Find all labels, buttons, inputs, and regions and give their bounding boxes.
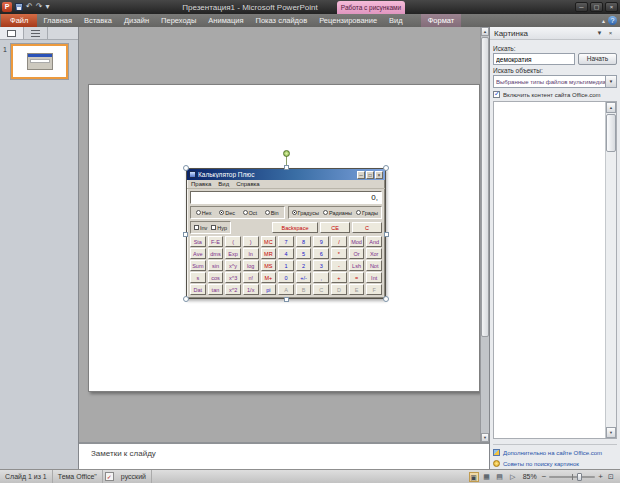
redo-icon[interactable]: ↷ (36, 2, 43, 12)
resize-handle-top-left[interactable] (183, 165, 189, 171)
resize-handle-bottom-left[interactable] (183, 296, 189, 302)
calc-control-row: InvHyp BackspaceCEC (190, 221, 382, 234)
calc-close-icon: × (375, 171, 383, 179)
calc-button-5: 5 (296, 248, 312, 259)
zoom-slider[interactable] (549, 472, 595, 482)
ribbon-tab-6[interactable]: Рецензирование (313, 14, 383, 27)
close-button[interactable]: × (605, 2, 618, 12)
results-scroll-down-icon[interactable]: ▼ (606, 427, 616, 438)
search-button[interactable]: Начать (578, 53, 617, 65)
calc-button-dms: dms (208, 248, 224, 259)
format-tab[interactable]: Формат (421, 14, 462, 27)
calc-button-CE: CE (320, 222, 350, 233)
task-pane-link-0[interactable]: Дополнительно на сайте Office.com (493, 447, 617, 458)
dropdown-arrow-icon[interactable]: ▼ (605, 76, 616, 87)
include-office-checkbox[interactable] (493, 91, 500, 98)
title-bar: P ↶ ↷ ▾ Презентация1 - Microsoft PowerPo… (0, 0, 620, 14)
calc-button-1/x: 1/x (243, 284, 259, 295)
slide-sorter-icon[interactable]: ▦ (482, 472, 492, 482)
status-theme[interactable]: Тема Office" (53, 470, 103, 483)
ribbon-tab-1[interactable]: Вставка (78, 14, 118, 27)
resize-handle-top-right[interactable] (383, 165, 389, 171)
fit-to-window-icon[interactable]: ⊡ (606, 472, 616, 482)
resize-handle-top[interactable] (284, 165, 289, 170)
ribbon-tab-3[interactable]: Переходы (155, 14, 202, 27)
ribbon-collapse-icon[interactable]: ▴ (602, 17, 605, 24)
calc-angle-option-1: Радианы (323, 210, 352, 216)
task-pane-header: Картинка ▼ × (490, 27, 620, 40)
calc-button-+: + (331, 272, 347, 283)
status-bar: Слайд 1 из 1 Тема Office" ✓ русский ▣ ▦ … (0, 469, 620, 483)
calc-minimize-icon: ─ (357, 171, 365, 179)
save-icon[interactable] (15, 3, 23, 11)
zoom-slider-thumb[interactable] (577, 473, 582, 481)
scrollbar-thumb[interactable] (481, 37, 489, 337)
zoom-in-icon[interactable]: + (598, 472, 603, 482)
vertical-scrollbar[interactable]: ▲ ▼ (480, 27, 489, 442)
rotation-handle[interactable] (283, 150, 290, 157)
tab-slides[interactable] (0, 27, 24, 39)
ribbon-tabs: ГлавнаяВставкаДизайнПереходыАнимацияПока… (37, 14, 408, 27)
status-language[interactable]: русский (116, 470, 152, 483)
results-area[interactable]: ▲ ▼ (493, 101, 617, 439)
minimize-button[interactable]: ─ (575, 2, 588, 12)
file-tab[interactable]: Файл (1, 14, 37, 27)
resize-handle-bottom-right[interactable] (383, 296, 389, 302)
task-pane-menu-icon[interactable]: ▼ (594, 30, 605, 36)
resize-handle-left[interactable] (183, 232, 188, 237)
calc-button-Ave: Ave (190, 248, 206, 259)
calc-base-label-1: Dec (225, 210, 235, 216)
reading-view-icon[interactable]: ▤ (495, 472, 505, 482)
powerpoint-window: P ↶ ↷ ▾ Презентация1 - Microsoft PowerPo… (0, 0, 620, 483)
include-office-label: Включить контент сайта Office.com (503, 92, 601, 98)
scroll-down-icon[interactable]: ▼ (481, 433, 489, 442)
slides-tab-icon (7, 30, 16, 37)
help-icon[interactable]: ? (608, 16, 617, 25)
spell-check-icon[interactable]: ✓ (105, 472, 114, 481)
results-scroll-up-icon[interactable]: ▲ (606, 102, 616, 113)
slides-pane: 1 (0, 27, 79, 469)
calc-button-pi: pi (261, 284, 277, 295)
resize-handle-right[interactable] (384, 232, 389, 237)
normal-view-icon[interactable]: ▣ (469, 472, 479, 482)
slideshow-icon[interactable]: ▷ (508, 472, 518, 482)
task-pane-link-text-0: Дополнительно на сайте Office.com (503, 450, 602, 456)
calc-radio-row: HexDecOctBin ГрадусыРадианыГрады (190, 206, 382, 219)
slide-thumbnail[interactable] (11, 44, 68, 79)
calc-button-Dat: Dat (190, 284, 206, 295)
ribbon-tab-7[interactable]: Вид (383, 14, 409, 27)
results-scrollbar[interactable]: ▲ ▼ (605, 102, 616, 438)
maximize-button[interactable]: ▢ (590, 2, 603, 12)
slide-canvas[interactable]: Калькулятор Плюс ─ □ × ПравкаВидСправка … (79, 27, 480, 442)
search-input[interactable] (493, 53, 575, 65)
slide[interactable]: Калькулятор Плюс ─ □ × ПравкаВидСправка … (88, 84, 480, 392)
scroll-up-icon[interactable]: ▲ (481, 27, 489, 36)
calc-button-Sta: Sta (190, 236, 206, 247)
task-pane-link-1[interactable]: Советы по поиску картинок (493, 458, 617, 469)
resize-handle-bottom[interactable] (284, 297, 289, 302)
calc-clear-buttons: BackspaceCEC (272, 222, 382, 233)
qat-customize-icon[interactable]: ▾ (45, 2, 49, 12)
calc-base-radio-icon-3 (265, 210, 270, 215)
ribbon-tab-2[interactable]: Дизайн (118, 14, 155, 27)
include-office-checkbox-row[interactable]: Включить контент сайта Office.com (493, 91, 617, 98)
ribbon-tab-0[interactable]: Главная (37, 14, 78, 27)
ribbon-tab-5[interactable]: Показ слайдов (250, 14, 314, 27)
media-type-dropdown[interactable]: Выбранные типы файлов мультимедиа ▼ (493, 75, 617, 88)
status-slide-info[interactable]: Слайд 1 из 1 (0, 470, 53, 483)
picture-calculator[interactable]: Калькулятор Плюс ─ □ × ПравкаВидСправка … (186, 168, 386, 299)
calc-button-9: 9 (313, 236, 329, 247)
calc-button-(: ( (225, 236, 241, 247)
calc-button-0: 0 (278, 272, 294, 283)
calc-button-x^y: x^y (225, 260, 241, 271)
notes-pane[interactable]: Заметки к слайду (79, 442, 489, 469)
task-pane-close-icon[interactable]: × (605, 30, 616, 36)
results-scrollbar-thumb[interactable] (606, 114, 616, 152)
zoom-out-icon[interactable]: − (542, 472, 547, 482)
tab-outline[interactable] (24, 27, 48, 39)
powerpoint-app-icon[interactable]: P (2, 2, 12, 12)
ribbon-tab-4[interactable]: Анимация (202, 14, 249, 27)
undo-icon[interactable]: ↶ (26, 2, 33, 12)
zoom-level[interactable]: 85% (521, 473, 539, 480)
calc-app-icon (189, 171, 196, 178)
